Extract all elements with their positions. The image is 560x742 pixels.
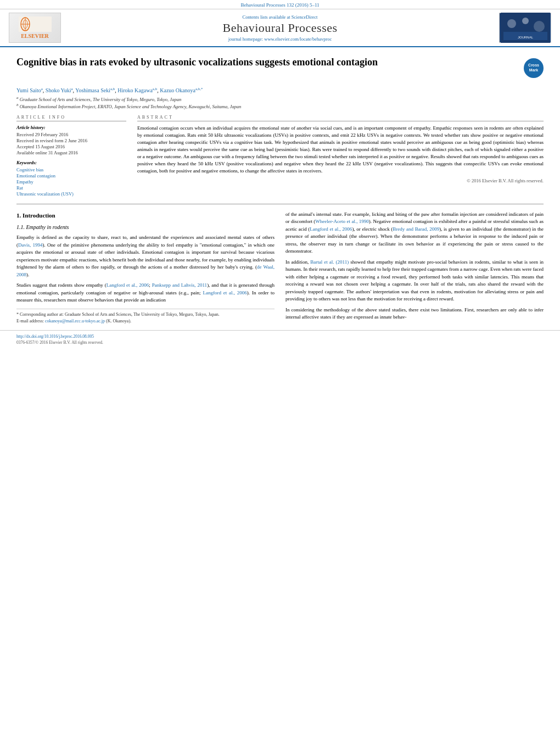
- body-para-right-3: In considering the methodology of the ab…: [285, 306, 544, 321]
- affiliation-a: a Graduate School of Arts and Sciences, …: [16, 96, 544, 102]
- keyword-3: Empathy: [16, 179, 126, 185]
- cite-wheeler1990[interactable]: Wheeler-Aceto et al., 1990: [315, 219, 369, 224]
- journal-image-container: JOURNAL: [496, 13, 551, 43]
- section1-heading: 1. Introduction: [16, 211, 275, 220]
- title-section: Cognitive bias in rats evoked by ultraso…: [16, 56, 544, 82]
- cite-langford2006[interactable]: Langford et al., 2006: [107, 282, 149, 288]
- article-info-label: ARTICLE INFO: [16, 115, 126, 121]
- available-date: Available online 31 August 2016: [16, 150, 126, 155]
- footnote-email: E-mail address: cokanoya@mail.ecc.u-toky…: [16, 318, 275, 325]
- sciencedirect-link[interactable]: ScienceDirect: [292, 14, 318, 20]
- footnote-corresponding-text: * Corresponding author at: Graduate Scho…: [16, 312, 220, 317]
- journal-bar: Behavioural Processes 132 (2016) 5–11: [0, 0, 560, 9]
- keyword-4: Rat: [16, 185, 126, 191]
- author-saito: Yumi Saito: [16, 87, 41, 93]
- article-history-title: Article history:: [16, 125, 126, 130]
- section-divider: [16, 204, 544, 204]
- homepage-text: journal homepage: www.elsevier.com/locat…: [69, 36, 491, 42]
- crossmark-badge[interactable]: Cross Mark: [524, 58, 544, 78]
- svg-text:JOURNAL: JOURNAL: [517, 36, 533, 39]
- email-address[interactable]: cokanoya@mail.ecc.u-tokyo.ac.jp: [45, 319, 105, 323]
- author-yuki: Shoko Yuki: [46, 87, 71, 93]
- footnote-corresponding: * Corresponding author at: Graduate Scho…: [16, 311, 275, 318]
- cite-dewaal2008[interactable]: de Waal, 2008: [16, 264, 275, 277]
- elsevier-text: ELSEVIER: [21, 33, 49, 39]
- article-info: ARTICLE INFO Article history: Received 2…: [16, 115, 126, 197]
- svg-text:Mark: Mark: [529, 68, 538, 72]
- footer-copyright: 0376-6357/© 2016 Elsevier B.V. All right…: [16, 340, 544, 345]
- keywords-title: Keywords:: [16, 160, 126, 165]
- subsection1-title: Empathy in rodents: [26, 224, 69, 230]
- page-header: ELSEVIER Contents lists available at Sci…: [0, 9, 560, 47]
- affiliations: a Graduate School of Arts and Sciences, …: [16, 96, 544, 109]
- email-suffix: (K. Okanoya).: [106, 319, 131, 323]
- cite-bartal2011[interactable]: Bartal et al. (2011): [310, 259, 349, 265]
- received-date: Received 29 February 2016: [16, 132, 126, 137]
- author-kagawa: Hiroko Kagawa: [117, 87, 153, 93]
- section1-num: 1.: [16, 212, 21, 219]
- body-col-right: of the animal's internal state. For exam…: [285, 211, 544, 325]
- keyword-5: Ultrasonic vocalization (USV): [16, 191, 126, 197]
- info-abstract-section: ARTICLE INFO Article history: Received 2…: [16, 115, 544, 197]
- svg-point-6: [507, 19, 516, 28]
- body-col-left: 1. Introduction 1.1. Empathy in rodents …: [16, 211, 275, 325]
- journal-title: Behavioural Processes: [69, 21, 491, 35]
- elsevier-logo-container: ELSEVIER: [9, 13, 64, 43]
- abstract-text: Emotional contagion occurs when an indiv…: [137, 125, 544, 175]
- homepage-prefix: journal homepage:: [228, 36, 265, 42]
- copyright-text: © 2016 Elsevier B.V. All rights reserved…: [137, 178, 544, 183]
- journal-image: JOURNAL: [499, 13, 551, 43]
- contents-available-text: Contents lists available at ScienceDirec…: [69, 14, 491, 20]
- header-center: Contents lists available at ScienceDirec…: [69, 14, 491, 42]
- body-content: 1. Introduction 1.1. Empathy in rodents …: [16, 211, 544, 325]
- body-para-right-1: of the animal's internal state. For exam…: [285, 211, 544, 255]
- cite-langford2006b[interactable]: Langford et al., 2006: [203, 290, 247, 295]
- contents-prefix: Contents lists available at: [243, 14, 292, 20]
- article-footer: http://dx.doi.org/10.1016/j.beproc.2016.…: [0, 330, 560, 348]
- doi-line: http://dx.doi.org/10.1016/j.beproc.2016.…: [16, 334, 544, 339]
- cite-panksepp2011[interactable]: Panksepp and Lahvis, 2011: [152, 282, 208, 288]
- email-label: E-mail address:: [16, 319, 44, 323]
- abstract-section: ABSTRACT Emotional contagion occurs when…: [137, 115, 544, 197]
- authors-line: Yumi Saitoa, Shoko Yukia, Yoshimasa Seki…: [16, 87, 544, 93]
- revised-date: Received in revised form 2 June 2016: [16, 138, 126, 143]
- subsection1-heading: 1.1. Empathy in rodents: [16, 223, 275, 231]
- cite-davis1994[interactable]: Davis, 1994: [18, 242, 43, 248]
- body-para-2: Studies suggest that rodents show empath…: [16, 282, 275, 304]
- keyword-1: Cognitive bias: [16, 167, 126, 172]
- body-para-right-2: In addition, Bartal et al. (2011) showed…: [285, 259, 544, 303]
- article-footnote: * Corresponding author at: Graduate Scho…: [16, 309, 275, 325]
- svg-point-7: [522, 18, 529, 24]
- article-title: Cognitive bias in rats evoked by ultraso…: [16, 56, 518, 69]
- abstract-label: ABSTRACT: [137, 115, 544, 121]
- journal-bar-text: Behavioural Processes 132 (2016) 5–11: [240, 2, 319, 8]
- keyword-2: Emotional contagion: [16, 173, 126, 178]
- section1-title: Introduction: [23, 212, 55, 219]
- author-seki: Yoshimasa Seki: [75, 87, 110, 93]
- article-content: Cognitive bias in rats evoked by ultraso…: [0, 47, 560, 330]
- homepage-link[interactable]: www.elsevier.com/locate/behavproc: [264, 36, 332, 42]
- svg-point-8: [534, 21, 545, 32]
- affiliation-b: b Okanoya Emotional Information Project,…: [16, 103, 544, 109]
- cite-bredy2009[interactable]: Bredy and Barad, 2009: [393, 226, 439, 232]
- svg-text:Cross: Cross: [528, 63, 539, 67]
- author-okanoya: Kazuo Okanoya: [160, 87, 195, 93]
- accepted-date: Accepted 15 August 2016: [16, 144, 126, 149]
- body-para-1: Empathy is defined as the capacity to sh…: [16, 234, 275, 278]
- doi-link[interactable]: http://dx.doi.org/10.1016/j.beproc.2016.…: [16, 334, 94, 339]
- subsection1-num: 1.1.: [16, 224, 25, 230]
- cite-langford2006c[interactable]: Langford et al., 2006: [310, 226, 352, 232]
- elsevier-logo: ELSEVIER: [9, 13, 61, 43]
